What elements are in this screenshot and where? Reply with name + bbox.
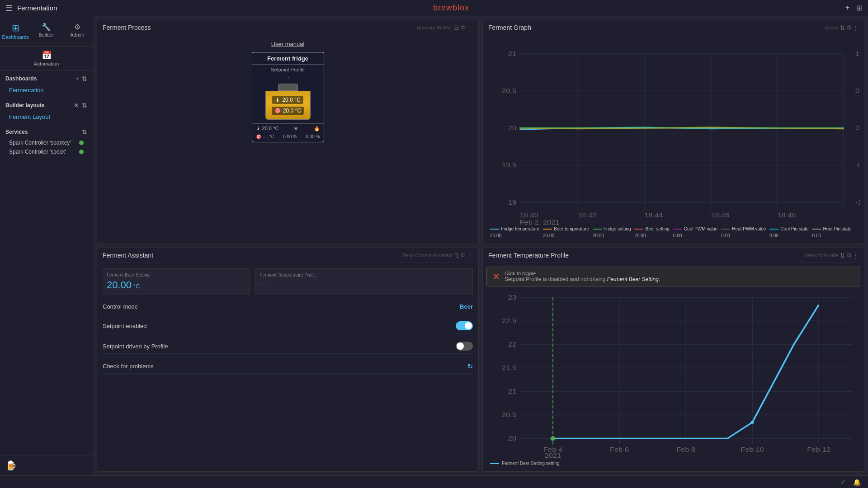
svg-text:-1: -1: [855, 198, 860, 206]
legend-beer-setting: Beer setting 20.00: [634, 226, 669, 238]
svg-text:Feb 10: Feb 10: [741, 446, 764, 453]
sidebar-item-spock[interactable]: Spark Controller 'spock': [5, 147, 87, 156]
svg-text:21: 21: [508, 388, 516, 395]
ferment-temp-profile-subtitle: Setpoint Profile: [804, 253, 838, 258]
sidebar-item-sparkey[interactable]: Spark Controller 'sparkey': [5, 138, 87, 147]
services-sort-icon[interactable]: ⇅: [82, 128, 87, 136]
ferment-graph-legend: Fridge temperature 20.00 Beer temperatur…: [486, 225, 860, 240]
ferment-temp-profile-sort-icon[interactable]: ⇅: [840, 252, 845, 259]
fridge-widget: Ferment fridge Setpoint Profile --→--: [252, 52, 324, 142]
statusbar: ✓ 🔔: [0, 475, 868, 488]
content-grid: Ferment Process Brewery Builder ☰ ⧉ ⋮ Us…: [93, 16, 868, 475]
temp-badge-2: 🎯 20.0 °C: [272, 107, 304, 115]
svg-text:0.5: 0.5: [855, 87, 860, 94]
svg-text:20.5: 20.5: [502, 411, 517, 418]
bottle-body: 🌡 20.0 °C 🎯 20.0 °C: [265, 91, 311, 120]
beer-setting-box: Ferment Beer Setting 20.00 °C: [103, 268, 250, 295]
ferment-graph-expand-icon[interactable]: ⧉: [847, 24, 851, 31]
status-check-icon[interactable]: ✓: [840, 479, 846, 486]
svg-text:0: 0: [855, 124, 859, 131]
svg-text:22.5: 22.5: [502, 317, 517, 324]
svg-text:18:48: 18:48: [777, 211, 796, 218]
temp-profile-chart: 23 22.5 22 21.5 21 20.5 20 Feb 4 2021 Fe…: [486, 290, 860, 459]
dashboards-sort-icon[interactable]: ⇅: [82, 75, 87, 82]
setpoint-label: Setpoint Profile: [271, 67, 305, 72]
builder-layouts-close-icon[interactable]: ✕: [74, 102, 79, 109]
ferment-assistant-widget: Ferment Assistant Temp Control Assistant…: [97, 248, 479, 472]
sidebar-automation[interactable]: 📅 Automation: [0, 47, 93, 70]
sidebar-logo-icon: 🍺: [5, 460, 17, 470]
check-problems-row: Check for problems ↻: [103, 359, 473, 374]
alert-box[interactable]: ✕ Click to toggle Setpoint Profile is di…: [486, 267, 860, 286]
admin-icon: ⚙: [74, 23, 80, 31]
fridge-pct-row: 🎯 --.- °C 0.00 % 0.00 %: [252, 133, 324, 142]
setpoint-arrows: --→--: [252, 74, 324, 80]
ferment-graph-menu-icon[interactable]: ⋮: [853, 24, 859, 31]
svg-text:19.5: 19.5: [502, 161, 516, 169]
sparkey-label: Spark Controller 'sparkey': [9, 140, 71, 146]
svg-text:1: 1: [855, 50, 859, 57]
ferment-assistant-sort-icon[interactable]: ⇅: [454, 252, 459, 259]
svg-text:Feb 6: Feb 6: [610, 446, 629, 453]
temp-profile-label: Ferment Temperature Prof...: [259, 272, 469, 277]
ferment-temp-profile-widget: Ferment Temperature Profile Setpoint Pro…: [482, 248, 864, 472]
sidebar-nav: ⊞ Dashboards 🔧 Builder ⚙ Admin: [0, 16, 93, 47]
svg-text:21: 21: [508, 50, 516, 57]
ferment-temp-profile-expand-icon[interactable]: ⧉: [847, 252, 851, 259]
ferment-temp-profile-menu-icon[interactable]: ⋮: [853, 252, 859, 259]
sidebar-nav-admin-label: Admin: [70, 32, 84, 38]
setpoint-row: Setpoint Profile: [252, 65, 324, 74]
svg-text:18:44: 18:44: [644, 211, 663, 218]
menu-icon[interactable]: ☰: [5, 3, 13, 13]
check-problems-label: Check for problems: [103, 363, 154, 370]
sidebar-item-dashboards[interactable]: ⊞ Dashboards: [0, 20, 31, 42]
automation-label: Automation: [34, 61, 59, 66]
ferment-assistant-expand-icon[interactable]: ⧉: [461, 252, 465, 259]
legend-fridge-setting: Fridge setting 20.00: [593, 226, 631, 238]
temp-profile-value: —: [259, 279, 469, 286]
builder-layouts-sort-icon[interactable]: ⇅: [82, 102, 87, 109]
bottle-shape: 🌡 20.0 °C 🎯 20.0 °C: [252, 80, 324, 123]
svg-point-53: [551, 436, 556, 441]
beer-setting-label: Ferment Beer Setting: [107, 272, 246, 277]
fridge-heat-icon: 🔥: [314, 126, 320, 131]
ferment-process-title: Ferment Process: [103, 24, 151, 31]
ferment-assistant-menu-icon[interactable]: ⋮: [467, 252, 473, 259]
check-problems-button[interactable]: ↻: [467, 362, 473, 371]
plus-icon[interactable]: +: [845, 4, 849, 12]
temp-profile-legend-label: Ferment Beer Setting setting: [502, 461, 559, 466]
ferment-process-header-right: Brewery Builder ☰ ⧉ ⋮: [417, 24, 473, 31]
expand-icon[interactable]: ⊞: [857, 4, 863, 12]
ferment-assistant-title: Ferment Assistant: [103, 252, 153, 259]
ferment-process-expand-icon[interactable]: ⧉: [461, 24, 465, 31]
svg-text:20: 20: [508, 435, 517, 442]
ferment-process-menu-icon[interactable]: ⋮: [467, 24, 473, 31]
ferment-process-body: User manual Ferment fridge Setpoint Prof…: [97, 35, 478, 244]
services-section-actions: ⇅: [82, 128, 87, 136]
target-icon: 🎯: [274, 108, 281, 114]
svg-text:20: 20: [508, 124, 517, 131]
ferment-process-list-icon[interactable]: ☰: [454, 24, 459, 31]
ferment-graph-sort-icon[interactable]: ⇅: [840, 24, 845, 31]
sidebar-item-ferment-layout[interactable]: Ferment Layout: [5, 112, 87, 122]
alert-description: Setpoint Profile is disabled and not dri…: [505, 276, 660, 282]
ferment-assistant-header-right: Temp Control Assistant ⇅ ⧉ ⋮: [401, 252, 473, 259]
ferment-temp-profile-header: Ferment Temperature Profile Setpoint Pro…: [483, 248, 864, 263]
sidebar-item-builder[interactable]: 🔧 Builder: [31, 20, 61, 42]
sidebar-item-admin[interactable]: ⚙ Admin: [62, 20, 93, 42]
sidebar-item-fermentation[interactable]: Fermentation: [5, 85, 87, 95]
control-mode-value: Beer: [460, 303, 473, 310]
setpoint-enabled-toggle[interactable]: [456, 321, 473, 330]
svg-point-54: [750, 421, 754, 424]
ferment-graph-header: Ferment Graph Graph ⇅ ⧉ ⋮: [483, 20, 864, 35]
spock-label: Spark Controller 'spock': [9, 149, 66, 155]
app-title: Fermentation: [17, 4, 57, 12]
ferment-graph-body: 21 20.5 20 19.5 19 1 0.5 0 -0.5 -1 18:40…: [483, 35, 864, 244]
user-manual-link[interactable]: User manual: [271, 41, 305, 47]
svg-text:19: 19: [508, 198, 516, 206]
status-bell-icon[interactable]: 🔔: [853, 479, 861, 486]
setpoint-profile-toggle[interactable]: [456, 342, 473, 351]
services-section-header: Services ⇅: [5, 128, 87, 136]
svg-text:21.5: 21.5: [502, 364, 517, 371]
dashboards-add-icon[interactable]: +: [75, 75, 79, 82]
